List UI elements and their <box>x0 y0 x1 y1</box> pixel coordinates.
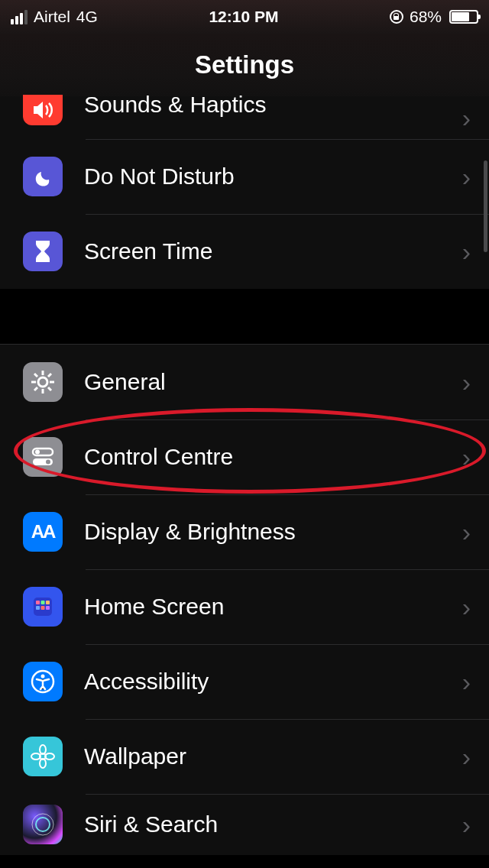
gear-icon <box>23 362 63 402</box>
svg-rect-19 <box>46 606 50 610</box>
battery-percent: 68% <box>410 8 442 26</box>
text-size-icon: AA <box>23 512 63 552</box>
chevron-right-icon: › <box>462 442 471 472</box>
row-home-screen[interactable]: Home Screen › <box>0 569 489 644</box>
row-screen-time[interactable]: Screen Time › <box>0 214 489 289</box>
row-label: Do Not Disturb <box>84 164 462 189</box>
row-wallpaper[interactable]: Wallpaper › <box>0 719 489 794</box>
row-do-not-disturb[interactable]: Do Not Disturb › <box>0 139 489 214</box>
page-title: Settings <box>0 34 489 96</box>
siri-icon <box>23 805 63 844</box>
row-display-brightness[interactable]: AA Display & Brightness › <box>0 494 489 569</box>
svg-line-6 <box>48 387 51 390</box>
clock: 12:10 PM <box>209 8 278 26</box>
row-label: Wallpaper <box>84 743 462 769</box>
svg-point-12 <box>46 460 50 465</box>
toggles-icon <box>23 437 63 477</box>
row-label: Siri & Search <box>84 811 462 837</box>
svg-line-8 <box>48 374 51 377</box>
accessibility-icon <box>23 662 63 701</box>
group-separator <box>0 289 489 344</box>
orientation-lock-icon <box>390 10 403 24</box>
row-accessibility[interactable]: Accessibility › <box>0 644 489 719</box>
svg-line-5 <box>34 374 37 377</box>
settings-group-2: General › Control Centre › AA Display & … <box>0 344 489 855</box>
chevron-right-icon: › <box>462 162 471 192</box>
speaker-icon <box>23 95 63 125</box>
svg-point-10 <box>35 450 40 455</box>
chevron-right-icon: › <box>462 103 471 133</box>
carrier-label: Airtel <box>34 8 70 26</box>
chevron-right-icon: › <box>462 237 471 267</box>
row-label: Accessibility <box>84 669 462 695</box>
row-control-centre[interactable]: Control Centre › <box>0 419 489 494</box>
grid-icon <box>23 587 63 627</box>
svg-rect-18 <box>41 606 45 610</box>
svg-rect-14 <box>36 601 40 604</box>
chevron-right-icon: › <box>462 592 471 622</box>
signal-icon <box>11 10 28 24</box>
status-left: Airtel 4G <box>11 8 98 26</box>
svg-rect-16 <box>46 601 50 604</box>
row-label: Display & Brightness <box>84 519 462 545</box>
settings-group-1: Sounds & Haptics › Do Not Disturb › Scre… <box>0 96 489 289</box>
svg-rect-15 <box>41 601 45 604</box>
chevron-right-icon: › <box>462 810 471 840</box>
chevron-right-icon: › <box>462 368 471 397</box>
svg-point-0 <box>38 377 47 387</box>
chevron-right-icon: › <box>462 667 471 697</box>
moon-icon <box>23 157 63 196</box>
row-label: General <box>84 369 462 395</box>
status-bar: Airtel 4G 12:10 PM 68% <box>0 0 489 34</box>
svg-point-21 <box>41 675 45 679</box>
network-label: 4G <box>76 8 98 26</box>
flower-icon <box>23 737 63 776</box>
row-label: Screen Time <box>84 238 462 264</box>
chevron-right-icon: › <box>462 517 471 547</box>
battery-icon <box>449 10 478 24</box>
status-right: 68% <box>390 8 478 26</box>
row-label: Home Screen <box>84 594 462 620</box>
chevron-right-icon: › <box>462 742 471 772</box>
svg-rect-17 <box>36 606 40 610</box>
svg-point-28 <box>36 818 50 831</box>
row-siri-search[interactable]: Siri & Search › <box>0 794 489 855</box>
hourglass-icon <box>23 232 63 271</box>
scrollbar[interactable] <box>484 160 487 252</box>
row-sounds-haptics[interactable]: Sounds & Haptics › <box>0 96 489 139</box>
row-label: Sounds & Haptics <box>84 92 462 118</box>
row-general[interactable]: General › <box>0 345 489 419</box>
svg-line-7 <box>34 387 37 390</box>
row-label: Control Centre <box>84 444 462 470</box>
